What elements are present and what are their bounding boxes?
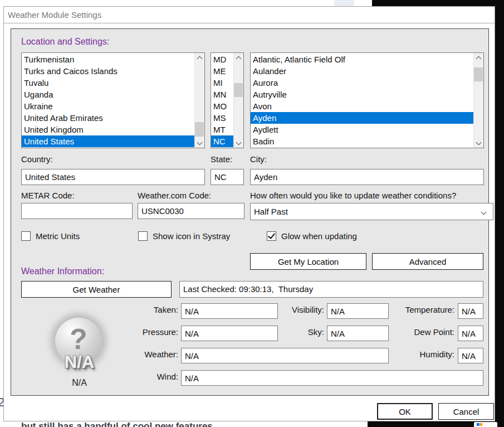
city-label: City: <box>250 154 267 164</box>
metric-units-label: Metric Units <box>36 231 80 241</box>
get-weather-button[interactable]: Get Weather <box>21 281 172 298</box>
metric-units-checkbox[interactable]: Metric Units <box>21 231 80 241</box>
checkbox-box[interactable] <box>267 231 276 241</box>
glow-when-updating-checkbox[interactable]: Glow when updating <box>267 231 357 241</box>
state-list-rows: MDMEMIMNMOMSMTNC <box>211 54 234 147</box>
country-list-rows: TurkmenistanTurks and Caicos IslandsTuva… <box>22 54 195 147</box>
glow-when-updating-label: Glow when updating <box>281 231 357 241</box>
cancel-button[interactable]: Cancel <box>438 403 494 420</box>
country-label: Country: <box>21 154 53 164</box>
city-listbox[interactable]: Atlantic, Atlantic Field OlfAulanderAuro… <box>250 52 484 148</box>
list-item[interactable]: United Arab Emirates <box>22 112 195 124</box>
scrollbar-down-button[interactable] <box>195 138 204 148</box>
wind-field[interactable]: N/A <box>181 370 483 386</box>
update-frequency-label: How often would you like to update weath… <box>250 191 456 200</box>
last-checked-field[interactable]: Last Checked: 09:30:13, Thursday <box>179 281 483 298</box>
scrollbar-thumb[interactable] <box>234 83 243 97</box>
list-item[interactable]: Badin <box>251 135 474 147</box>
country-listbox[interactable]: TurkmenistanTurks and Caicos IslandsTuva… <box>21 52 205 148</box>
screen: { "window": { "title": "Weather Module S… <box>0 0 504 427</box>
list-item[interactable]: MS <box>211 112 234 124</box>
visibility-field[interactable]: N/A <box>327 303 389 319</box>
metar-code-field[interactable] <box>21 203 133 219</box>
systray-label: Show icon in Systray <box>153 231 230 241</box>
list-item[interactable]: Tuvalu <box>22 77 195 89</box>
checkbox-box[interactable] <box>21 231 31 241</box>
pressure-label: Pressure: <box>111 327 178 337</box>
city-field[interactable]: Ayden <box>250 169 484 185</box>
weather-label: Weather: <box>111 350 178 359</box>
scrollbar-up-button[interactable] <box>234 53 243 62</box>
dialog-title: Weather Module Settings <box>8 10 101 20</box>
scrollbar-down-button[interactable] <box>234 138 243 148</box>
list-item[interactable]: Ayden <box>251 112 474 124</box>
chevron-up-icon <box>236 56 241 61</box>
check-icon <box>268 231 275 239</box>
sky-field[interactable]: N/A <box>327 326 389 341</box>
scrollbar-up-button[interactable] <box>195 53 204 62</box>
checkbox-box[interactable] <box>138 231 148 241</box>
state-scrollbar[interactable] <box>233 53 243 148</box>
humidity-field[interactable]: N/A <box>458 348 483 363</box>
city-scrollbar[interactable] <box>473 53 483 148</box>
chevron-down-icon <box>236 139 241 145</box>
list-item[interactable]: NC <box>211 135 234 147</box>
chevron-down-icon <box>481 210 487 215</box>
scrollbar-up-button[interactable] <box>474 53 483 62</box>
chevron-up-icon <box>197 56 202 61</box>
list-item[interactable]: Turks and Caicos Islands <box>22 65 195 77</box>
chevron-down-icon <box>197 139 202 145</box>
state-field[interactable]: NC <box>211 169 244 185</box>
scrollbar-thumb[interactable] <box>195 122 204 137</box>
update-frequency-dropdown[interactable]: Half Past <box>250 203 493 220</box>
scrollbar-thumb[interactable] <box>474 67 483 81</box>
list-item[interactable]: Avon <box>251 100 474 112</box>
list-item[interactable]: Aulander <box>251 65 474 77</box>
advanced-button[interactable]: Advanced <box>372 253 483 270</box>
dialog-titlebar[interactable]: Weather Module Settings <box>4 7 495 23</box>
dew-point-label: Dew Point: <box>382 327 454 337</box>
list-item[interactable]: MO <box>211 100 234 112</box>
update-frequency-value: Half Past <box>254 207 288 216</box>
scrollbar-down-button[interactable] <box>474 138 483 148</box>
weathercom-code-field[interactable]: USNC0030 <box>138 203 244 219</box>
temperature-field[interactable]: N/A <box>458 303 483 319</box>
widget-orange-icon <box>480 423 482 426</box>
state-listbox[interactable]: MDMEMIMNMOMSMTNC <box>211 52 244 148</box>
list-item[interactable]: MN <box>211 89 234 100</box>
ok-button[interactable]: OK <box>377 403 433 420</box>
systray-checkbox[interactable]: Show icon in Systray <box>138 231 230 241</box>
background-corner-widget <box>474 422 497 427</box>
get-my-location-button[interactable]: Get My Location <box>250 253 366 270</box>
dew-point-field[interactable]: N/A <box>458 326 483 341</box>
background-dark-window-right <box>495 0 504 427</box>
list-item[interactable]: Ukraine <box>22 100 195 112</box>
list-item[interactable]: United Kingdom <box>22 124 195 135</box>
country-scrollbar[interactable] <box>194 53 204 148</box>
list-item[interactable]: Autryville <box>251 89 474 100</box>
list-item[interactable]: MT <box>211 124 234 135</box>
list-item[interactable]: United States <box>22 135 195 147</box>
list-item[interactable]: Aurora <box>251 77 474 89</box>
state-label: State: <box>211 154 232 164</box>
weathercom-code-label: Weather.com Code: <box>138 191 211 200</box>
metar-code-label: METAR Code: <box>21 191 75 200</box>
list-item[interactable]: Uganda <box>22 89 195 100</box>
list-item[interactable]: ME <box>211 65 234 77</box>
weather-field[interactable]: N/A <box>181 348 389 363</box>
wind-label: Wind: <box>111 372 178 381</box>
list-item[interactable]: MI <box>211 77 234 89</box>
list-item[interactable]: Turkmenistan <box>22 54 195 65</box>
question-mark-icon: ? <box>55 322 102 356</box>
list-item[interactable]: Aydlett <box>251 124 474 135</box>
sky-label: Sky: <box>257 327 324 337</box>
location-section-heading: Location and Settings: <box>21 37 109 47</box>
temperature-label: Temperature: <box>382 305 454 314</box>
weather-section-heading: Weather Information: <box>21 266 104 276</box>
list-item[interactable]: MD <box>211 54 234 65</box>
settings-panel: Location and Settings: TurkmenistanTurks… <box>11 28 489 396</box>
chevron-down-icon <box>476 139 481 145</box>
country-field[interactable]: United States <box>21 169 205 185</box>
weather-module-settings-dialog: Weather Module Settings Location and Set… <box>3 6 495 421</box>
list-item[interactable]: Atlantic, Atlantic Field Olf <box>251 54 474 65</box>
